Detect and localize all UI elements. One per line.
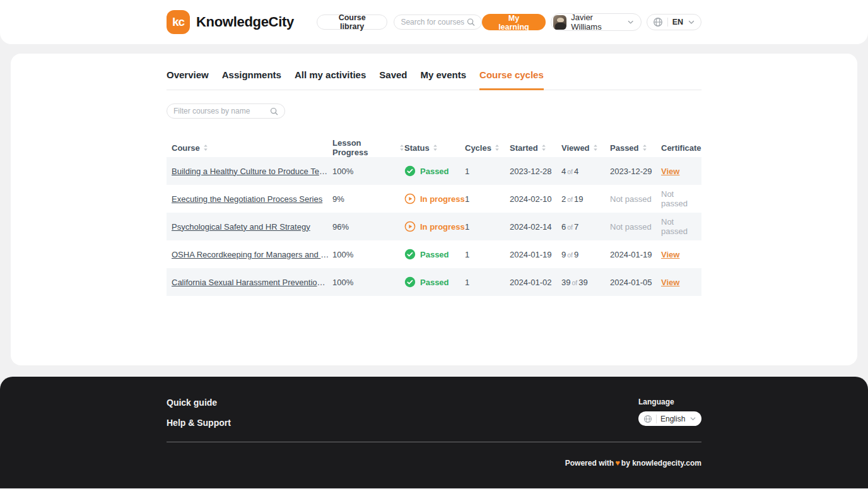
lesson-progress-value: 100%	[332, 167, 404, 176]
course-library-label: Course library	[326, 13, 378, 31]
viewed-count: 39of39	[561, 278, 610, 287]
column-header-course[interactable]: Course	[167, 143, 332, 153]
footer-language-block: Language English	[638, 398, 701, 426]
certificate-view-link[interactable]: View	[661, 167, 679, 176]
sort-icon[interactable]	[399, 144, 404, 151]
viewed-count: 2of19	[561, 194, 610, 204]
tab-all-my-activities[interactable]: All my activities	[295, 69, 366, 90]
user-avatar	[553, 15, 567, 30]
cycles-value: 1	[465, 222, 510, 232]
course-link[interactable]: California Sexual Harassment Prevention:…	[172, 278, 329, 287]
sort-icon[interactable]	[495, 144, 500, 151]
course-link[interactable]: Executing the Negotiation Process Series	[172, 194, 329, 204]
lesson-progress-value: 9%	[332, 194, 404, 204]
table-header-row: Course Lesson Progress Status Cycles Sta…	[167, 138, 701, 157]
cycles-value: 1	[465, 194, 510, 204]
viewed-count: 6of7	[561, 222, 610, 232]
started-date: 2023-12-28	[510, 167, 561, 176]
knowledgecity-logo[interactable]: kc	[167, 10, 190, 34]
my-learning-button[interactable]: My learning	[482, 14, 545, 30]
course-search-box[interactable]	[394, 15, 482, 30]
column-header-cycles[interactable]: Cycles	[465, 143, 510, 153]
course-cycles-table: Course Lesson Progress Status Cycles Sta…	[167, 138, 701, 296]
divider	[656, 415, 657, 423]
tab-assignments[interactable]: Assignments	[222, 69, 281, 90]
cycles-value: 1	[465, 250, 510, 259]
column-header-status[interactable]: Status	[404, 143, 465, 153]
tab-my-events[interactable]: My events	[421, 69, 467, 90]
started-date: 2024-01-19	[510, 250, 561, 259]
course-library-button[interactable]: Course library	[317, 15, 387, 30]
brand-title: KnowledgeCity	[196, 14, 294, 30]
search-input[interactable]	[401, 18, 467, 27]
course-link[interactable]: Building a Healthy Culture to Produce Te…	[172, 167, 329, 176]
chevron-down-icon	[688, 18, 695, 26]
language-switcher[interactable]: EN	[647, 14, 701, 30]
table-row: OSHA Recordkeeping for Managers and Supe…	[167, 240, 701, 268]
search-icon	[467, 18, 475, 27]
course-link[interactable]: Psychological Safety and HR Strategy	[172, 222, 329, 232]
passed-check-icon	[404, 276, 416, 288]
started-date: 2024-02-10	[510, 194, 561, 204]
chevron-down-icon	[689, 415, 696, 422]
started-date: 2024-02-14	[510, 222, 561, 232]
passed-date: 2024-01-19	[610, 250, 661, 259]
column-header-started[interactable]: Started	[510, 143, 561, 153]
language-value: English	[660, 415, 686, 423]
footer-language-select[interactable]: English	[638, 411, 701, 426]
passed-check-icon	[404, 165, 416, 177]
help-support-link[interactable]: Help & Support	[167, 418, 231, 428]
filter-courses-box[interactable]	[167, 103, 285, 119]
my-learning-label: My learning	[498, 14, 529, 32]
table-row: Building a Healthy Culture to Produce Te…	[167, 157, 701, 185]
passed-check-icon	[404, 249, 416, 260]
footer-divider	[167, 442, 701, 442]
passed-date: 2023-12-29	[610, 167, 661, 176]
chevron-down-icon	[627, 18, 634, 26]
main-content-card: Overview Assignments All my activities S…	[11, 54, 857, 365]
globe-icon	[643, 415, 652, 423]
column-header-lesson-progress[interactable]: Lesson Progress	[332, 138, 404, 157]
divider	[667, 18, 668, 27]
status-badge: Passed	[404, 249, 465, 260]
globe-icon	[653, 17, 663, 27]
course-link[interactable]: OSHA Recordkeeping for Managers and Supe…	[172, 250, 329, 259]
column-header-passed[interactable]: Passed	[610, 143, 661, 153]
column-header-viewed[interactable]: Viewed	[561, 143, 610, 153]
sort-icon[interactable]	[203, 144, 208, 151]
in-progress-play-icon	[404, 221, 416, 232]
column-header-certificate: Certificate	[661, 143, 701, 153]
viewed-count: 4of4	[561, 167, 610, 176]
passed-status: Not passed	[610, 222, 661, 232]
cycles-value: 1	[465, 167, 510, 176]
sort-icon[interactable]	[433, 144, 438, 151]
passed-status: Not passed	[610, 194, 661, 204]
language-code: EN	[672, 18, 683, 27]
search-icon	[270, 107, 278, 115]
tab-overview[interactable]: Overview	[167, 69, 209, 90]
tab-course-cycles[interactable]: Course cycles	[479, 69, 544, 90]
certificate-view-link[interactable]: View	[661, 278, 679, 287]
certificate-status: Not passed	[661, 217, 701, 236]
filter-courses-input[interactable]	[173, 107, 268, 115]
status-badge: Passed	[404, 165, 465, 177]
user-menu[interactable]: Javier Williams	[551, 13, 642, 31]
table-row: Executing the Negotiation Process Series…	[167, 185, 701, 213]
lesson-progress-value: 96%	[332, 222, 404, 232]
logo-monogram: kc	[172, 15, 184, 29]
table-row: California Sexual Harassment Prevention:…	[167, 268, 701, 296]
sort-icon[interactable]	[642, 144, 647, 151]
user-name: Javier Williams	[571, 13, 623, 32]
in-progress-play-icon	[404, 193, 416, 204]
sort-icon[interactable]	[541, 144, 546, 151]
certificate-view-link[interactable]: View	[661, 250, 679, 259]
table-row: Psychological Safety and HR Strategy 96%…	[167, 213, 701, 240]
status-badge: In progress	[404, 193, 465, 204]
heart-icon: ♥	[614, 458, 621, 468]
started-date: 2024-01-02	[510, 278, 561, 287]
tab-saved[interactable]: Saved	[379, 69, 407, 90]
quick-guide-link[interactable]: Quick guide	[167, 398, 217, 408]
lesson-progress-value: 100%	[332, 278, 404, 287]
lesson-progress-value: 100%	[332, 250, 404, 259]
sort-icon[interactable]	[593, 144, 598, 151]
